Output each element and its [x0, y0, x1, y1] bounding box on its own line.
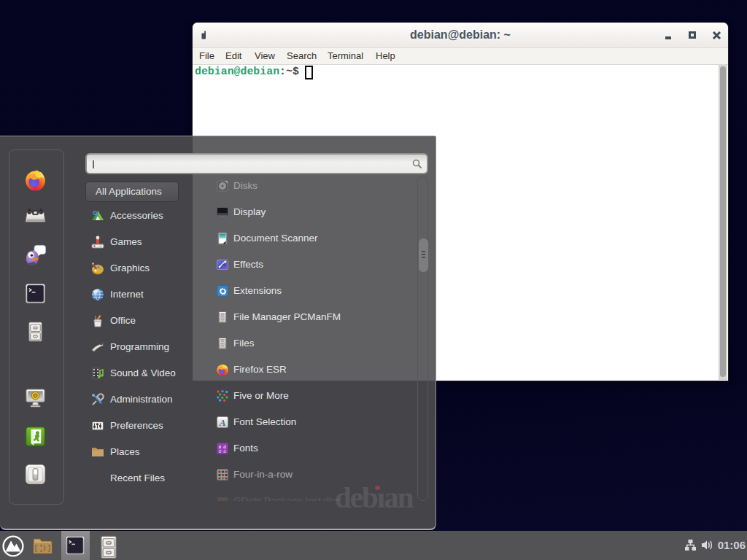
svg-text:A: A [219, 417, 226, 428]
svg-text:a: a [219, 448, 222, 454]
